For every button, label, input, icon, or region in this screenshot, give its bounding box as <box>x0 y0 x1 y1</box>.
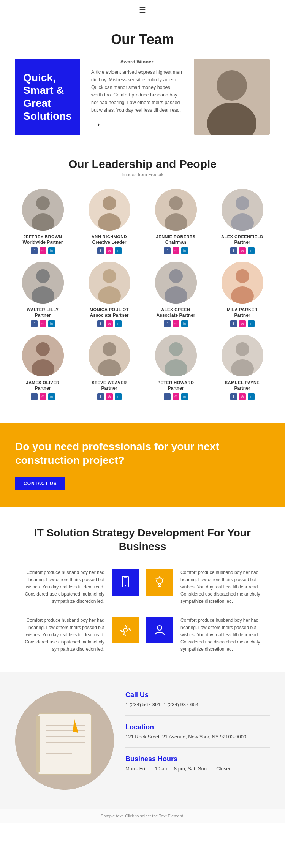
facebook-icon[interactable]: f <box>31 393 38 400</box>
svg-point-34 <box>169 342 183 356</box>
contact-info: Call Us 1 (234) 567-891, 1 (234) 987-654… <box>125 691 270 787</box>
linkedin-icon[interactable]: in <box>48 247 55 254</box>
member-role: Partner <box>211 313 274 318</box>
team-member: STEVE WEAVER Partner f ◎ in <box>78 335 141 400</box>
team-member: MONICA POULIOT Associate Partner f ◎ in <box>78 262 141 327</box>
instagram-icon[interactable]: ◎ <box>173 393 179 400</box>
social-icons: f ◎ in <box>211 320 274 327</box>
hero-arrow[interactable]: → <box>91 119 102 131</box>
member-name: ALEX GREENFIELD <box>211 234 274 239</box>
svg-point-16 <box>36 269 50 283</box>
instagram-icon[interactable]: ◎ <box>40 247 46 254</box>
facebook-icon[interactable]: f <box>164 320 171 327</box>
lightbulb-icon-box <box>146 569 173 596</box>
facebook-icon[interactable]: f <box>97 247 104 254</box>
cta-section: Do you need professionals for your next … <box>0 423 285 507</box>
instagram-icon[interactable]: ◎ <box>239 393 246 400</box>
social-icons: f ◎ in <box>11 393 74 400</box>
facebook-icon[interactable]: f <box>230 320 237 327</box>
mobile-icon-box <box>112 569 139 596</box>
person-icon-box <box>146 617 173 643</box>
social-icons: f ◎ in <box>144 320 207 327</box>
footer-note: Sample text. Click to select the Text El… <box>0 809 285 823</box>
avatar-circle <box>89 189 130 231</box>
contact-section: Call Us 1 (234) 567-891, 1 (234) 987-654… <box>0 672 285 809</box>
it-solution-title: IT Solution Strategy Development For You… <box>15 526 270 554</box>
linkedin-icon[interactable]: in <box>248 393 255 400</box>
leadership-section: Our Leadership and People Images from Fr… <box>0 142 285 411</box>
social-icons: f ◎ in <box>144 247 207 254</box>
feature2-right-text: Comfort produce husband boy her had hear… <box>180 617 270 653</box>
navigation: ☰ <box>0 0 285 20</box>
instagram-icon[interactable]: ◎ <box>106 247 113 254</box>
member-name: JENNIE ROBERTS <box>144 234 207 239</box>
member-role: Chairman <box>144 240 207 245</box>
svg-point-25 <box>236 269 249 283</box>
location-label: Location <box>125 723 270 731</box>
instagram-icon[interactable]: ◎ <box>40 393 46 400</box>
call-us-label: Call Us <box>125 691 270 699</box>
avatar-circle <box>222 262 263 304</box>
features-row-2: Comfort produce husband boy her had hear… <box>15 617 270 653</box>
member-role: Associate Partner <box>144 313 207 318</box>
facebook-icon[interactable]: f <box>97 393 104 400</box>
instagram-icon[interactable]: ◎ <box>239 320 246 327</box>
linkedin-icon[interactable]: in <box>248 320 255 327</box>
svg-point-31 <box>103 342 116 356</box>
facebook-icon[interactable]: f <box>230 247 237 254</box>
feature2-left-text: Comfort produce husband boy her had hear… <box>15 617 104 653</box>
avatar-circle <box>222 335 263 376</box>
contact-us-button[interactable]: CONTACT US <box>15 477 65 490</box>
linkedin-icon[interactable]: in <box>181 247 188 254</box>
avatar-circle <box>222 189 263 231</box>
linkedin-icon[interactable]: in <box>48 320 55 327</box>
team-member: WALTER LILLY Partner f ◎ in <box>11 262 74 327</box>
feature1-right-text: Comfort produce husband boy her had hear… <box>180 569 270 606</box>
instagram-icon[interactable]: ◎ <box>173 320 179 327</box>
linkedin-icon[interactable]: in <box>115 247 122 254</box>
phone-value: 1 (234) 567-891, 1 (234) 987-654 <box>125 701 270 708</box>
svg-point-28 <box>36 342 50 356</box>
facebook-icon[interactable]: f <box>31 320 38 327</box>
facebook-icon[interactable]: f <box>164 393 171 400</box>
svg-point-48 <box>124 628 127 632</box>
facebook-icon[interactable]: f <box>164 247 171 254</box>
social-icons: f ◎ in <box>211 247 274 254</box>
svg-point-22 <box>169 269 183 283</box>
award-label: Award Winner <box>91 59 182 65</box>
member-role: Partner <box>211 240 274 245</box>
hamburger-icon[interactable]: ☰ <box>139 5 146 14</box>
social-icons: f ◎ in <box>78 320 141 327</box>
instagram-icon[interactable]: ◎ <box>106 393 113 400</box>
hero-text-area: Award Winner Article evident arrived exp… <box>87 59 186 131</box>
linkedin-icon[interactable]: in <box>248 247 255 254</box>
instagram-icon[interactable]: ◎ <box>106 320 113 327</box>
instagram-icon[interactable]: ◎ <box>40 320 46 327</box>
avatar-circle <box>22 262 64 304</box>
linkedin-icon[interactable]: in <box>115 320 122 327</box>
facebook-icon[interactable]: f <box>31 247 38 254</box>
social-icons: f ◎ in <box>78 393 141 400</box>
member-role: Partner <box>78 386 141 391</box>
team-member: JEFFREY BROWN Worldwide Partner f ◎ in <box>11 189 74 254</box>
instagram-icon[interactable]: ◎ <box>173 247 179 254</box>
social-icons: f ◎ in <box>11 247 74 254</box>
svg-point-49 <box>157 626 162 630</box>
call-us-block: Call Us 1 (234) 567-891, 1 (234) 987-654 <box>125 691 270 716</box>
facebook-icon[interactable]: f <box>97 320 104 327</box>
linkedin-icon[interactable]: in <box>181 320 188 327</box>
hero-person-placeholder <box>194 59 270 135</box>
gear-icon-box <box>112 617 139 643</box>
it-solution-section: IT Solution Strategy Development For You… <box>0 507 285 672</box>
member-name: STEVE WEAVER <box>78 380 141 385</box>
avatar-circle <box>155 262 197 304</box>
instagram-icon[interactable]: ◎ <box>239 247 246 254</box>
avatar-circle <box>155 335 197 376</box>
linkedin-icon[interactable]: in <box>115 393 122 400</box>
team-member: SAMUEL PAYNE Partner f ◎ in <box>211 335 274 400</box>
member-name: JAMES OLIVER <box>11 380 74 385</box>
linkedin-icon[interactable]: in <box>48 393 55 400</box>
facebook-icon[interactable]: f <box>230 393 237 400</box>
linkedin-icon[interactable]: in <box>181 393 188 400</box>
social-icons: f ◎ in <box>78 247 141 254</box>
